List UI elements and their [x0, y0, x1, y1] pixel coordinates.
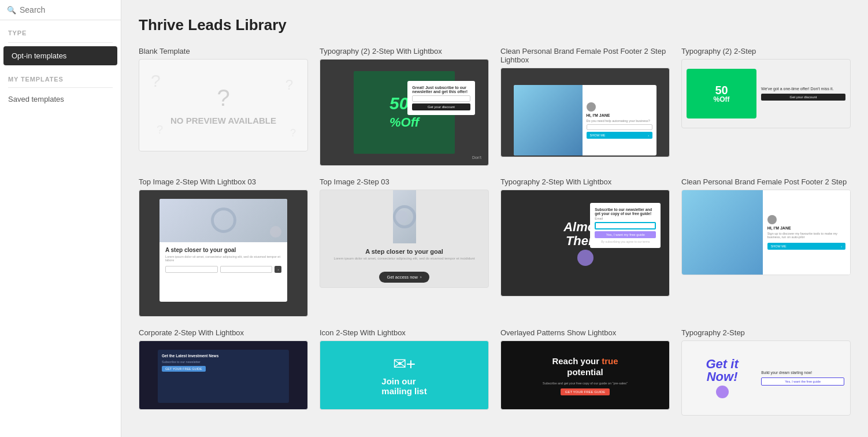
- typo2-step-script-wrap: Get itNow!: [688, 350, 756, 406]
- sidebar-item-saved-templates[interactable]: Saved templates: [0, 90, 121, 108]
- top-img-03-body: A step closer to your goal Lorem ipsum d…: [329, 243, 479, 287]
- blank-question-mark: ?: [217, 85, 229, 111]
- template-preview-typo2-small: 50 %Off We've got a one-time offer! Don'…: [681, 59, 851, 128]
- blank-question-mark-5: ?: [290, 127, 296, 139]
- typo-form-overlay: Great! Just subscribe to our newsletter …: [407, 81, 474, 115]
- template-preview-icon-lightbox: ✉+ Join ourmailing list: [320, 340, 489, 410]
- templates-grid: Blank Template ? NO PREVIEW AVAILABLE ? …: [139, 47, 851, 416]
- template-card-icon-lightbox[interactable]: Icon 2-Step With Lightbox ✉+ Join ourmai…: [320, 328, 489, 416]
- top-img-03-sub: Lorem ipsum dolor sit amet, consectetur …: [333, 257, 474, 260]
- template-card-clean-brand2[interactable]: Clean Personal Brand Female Post Footer …: [681, 177, 851, 317]
- clean-brand2-hi: HI, I'M JANE: [767, 226, 845, 230]
- top-img-03-title: A step closer to your goal: [333, 248, 474, 255]
- overlay-main-text: Reach your truepotential: [552, 355, 618, 378]
- clean-brand2-content: HI, I'M JANE Sign up to discover my favo…: [763, 190, 850, 275]
- top-image-body: A step closer to your goal Lorem ipsum d…: [159, 242, 287, 302]
- sidebar: 🔍 × TYPE Opt-in templates MY TEMPLATES S…: [0, 0, 121, 437]
- blank-question-mark-2: ?: [151, 71, 161, 91]
- typo2-step-btn: Yes, I want the free guide: [761, 377, 844, 386]
- my-templates-label: MY TEMPLATES: [0, 66, 121, 85]
- top-image-form-row: ›: [165, 266, 281, 273]
- clean-brand-input: [587, 124, 653, 130]
- typo2-step-get-it: Get itNow!: [706, 358, 739, 383]
- typo2-step-copy: Build your dream starting now!: [761, 371, 844, 375]
- template-label-top-image-lightbox: Top Image 2-Step With Lightbox 03: [139, 177, 308, 186]
- clean-brand-avatar: [587, 102, 596, 112]
- template-card-blank[interactable]: Blank Template ? NO PREVIEW AVAILABLE ? …: [139, 47, 308, 166]
- typo2-dark-email-field: [595, 222, 656, 229]
- template-preview-top-image-03: A step closer to your goal Lorem ipsum d…: [320, 190, 489, 288]
- template-card-top-image-03[interactable]: Top Image 2-Step 03 A step closer to you…: [320, 177, 489, 317]
- template-label-clean-brand2: Clean Personal Brand Female Post Footer …: [681, 177, 851, 186]
- clean-brand2-sub: Sign up to discover my favourite tools t…: [767, 232, 845, 239]
- template-preview-typo2-step-right: Get itNow! Build your dream starting now…: [681, 340, 851, 416]
- clean-brand-inner: HI, I'M JANE Do you need help automating…: [514, 85, 656, 155]
- template-preview-typo2-dark: AlmostThere! Subscribe to our newsletter…: [500, 190, 670, 297]
- main-content: Thrive Leads Library Blank Template ? NO…: [121, 0, 868, 437]
- typo-email-field: [412, 95, 470, 102]
- search-bar[interactable]: 🔍 ×: [0, 0, 121, 20]
- template-preview-clean-brand2: HI, I'M JANE Sign up to discover my favo…: [681, 190, 851, 275]
- top-image-photo: [159, 199, 287, 242]
- typo-get-discount-btn: Get your discount: [412, 103, 470, 110]
- template-card-typo2-lightbox[interactable]: Typography (2) 2-Step With Lightbox 50%O…: [320, 47, 489, 166]
- template-card-typo2-small[interactable]: Typography (2) 2-Step 50 %Off We've got …: [681, 47, 851, 166]
- template-label-typo2-dark: Typography 2-Step With Lightbox: [500, 177, 670, 186]
- template-label-top-image-03: Top Image 2-Step 03: [320, 177, 489, 186]
- template-label-corp: Corporate 2-Step With Lightbox: [139, 328, 308, 337]
- clean-brand-hi: HI, I'M JANE: [587, 113, 653, 117]
- template-card-typo2-step-right[interactable]: Typography 2-Step Get itNow! Build your …: [681, 328, 851, 416]
- corp-title: Get the Latest Investment News: [162, 354, 285, 358]
- top-image-submit-btn: ›: [275, 266, 281, 273]
- template-card-typo2-dark[interactable]: Typography 2-Step With Lightbox AlmostTh…: [500, 177, 670, 317]
- template-card-corp[interactable]: Corporate 2-Step With Lightbox Get the L…: [139, 328, 308, 416]
- typo2-small-pct: %Off: [714, 96, 730, 103]
- search-input[interactable]: [20, 5, 121, 14]
- type-section-label: TYPE: [0, 20, 121, 40]
- template-card-overlay-patterns[interactable]: Overlayed Patterns Show Lightbox Reach y…: [500, 328, 670, 416]
- typo2-dark-form-btn: Yes, I want my free guide: [595, 231, 656, 238]
- typo2-small-btn: Get your discount: [761, 94, 845, 101]
- typo2-small-right: We've got a one-time offer! Don't miss i…: [756, 87, 845, 101]
- overlay-sub-text: Subscribe and get your free copy of our …: [543, 382, 628, 385]
- corp-inner: Get the Latest Investment News Subscribe…: [158, 350, 289, 403]
- template-card-clean-brand[interactable]: Clean Personal Brand Female Post Footer …: [500, 47, 670, 166]
- blank-question-mark-4: ?: [157, 123, 163, 136]
- template-label-typo2-lightbox: Typography (2) 2-Step With Lightbox: [320, 47, 489, 55]
- typo2-dark-circle: [577, 250, 593, 266]
- top-image-title: A step closer to your goal: [165, 247, 281, 253]
- template-preview-typo2-lightbox: 50%Off Great! Just subscribe to our news…: [320, 59, 489, 166]
- template-preview-overlay-patterns: Reach your truepotential Subscribe and g…: [500, 340, 670, 410]
- sidebar-divider-2: [8, 87, 113, 88]
- template-label-typo2-small: Typography (2) 2-Step: [681, 47, 851, 55]
- top-image-arc: [211, 208, 236, 233]
- top-image-name-field: [165, 266, 218, 273]
- template-preview-top-image-lightbox: A step closer to your goal Lorem ipsum d…: [139, 190, 308, 317]
- typo-form-title: Great! Just subscribe to our newsletter …: [412, 86, 470, 94]
- clean-brand2-bg: [682, 190, 769, 275]
- no-preview-text: NO PREVIEW AVAILABLE: [170, 116, 276, 125]
- typo-dont: Don't: [472, 155, 481, 160]
- clean-brand2-show-btn: SHOW ME ›: [767, 243, 845, 250]
- template-label-clean-brand: Clean Personal Brand Female Post Footer …: [500, 47, 670, 64]
- typo2-dark-form-title: Subscribe to our newsletter and get your…: [595, 208, 656, 216]
- template-label-typo2-step-right: Typography 2-Step: [681, 328, 851, 337]
- top-img-03-text: A step closer to your goal Lorem ipsum d…: [333, 248, 474, 262]
- sidebar-item-optin[interactable]: Opt-in templates: [3, 46, 117, 65]
- blank-question-mark-3: ?: [285, 77, 293, 93]
- clean-brand-show-btn: SHOW ME ›: [587, 132, 653, 139]
- sidebar-divider: [8, 42, 113, 43]
- top-image-sub: Lorem ipsum dolor sit amet, consectetur …: [165, 255, 281, 262]
- top-image-dot: [270, 226, 281, 238]
- icon-title: Join ourmailing list: [381, 376, 426, 396]
- top-img-03-dot: [395, 210, 408, 223]
- template-label-overlay-patterns: Overlayed Patterns Show Lightbox: [500, 328, 670, 337]
- typo2-small-green-box: 50 %Off: [687, 69, 756, 119]
- overlay-get-btn: GET YOUR FREE GUIDE: [561, 388, 610, 395]
- typo2-small-copy: We've got a one-time offer! Don't miss i…: [761, 87, 845, 91]
- typo2-small-fifty: 50: [715, 84, 728, 96]
- page-title: Thrive Leads Library: [139, 16, 851, 34]
- typo2-step-right-content: Build your dream starting now! Yes, I wa…: [756, 371, 844, 386]
- template-card-top-image-lightbox[interactable]: Top Image 2-Step With Lightbox 03 A step…: [139, 177, 308, 317]
- clean-brand-photo: [514, 85, 583, 155]
